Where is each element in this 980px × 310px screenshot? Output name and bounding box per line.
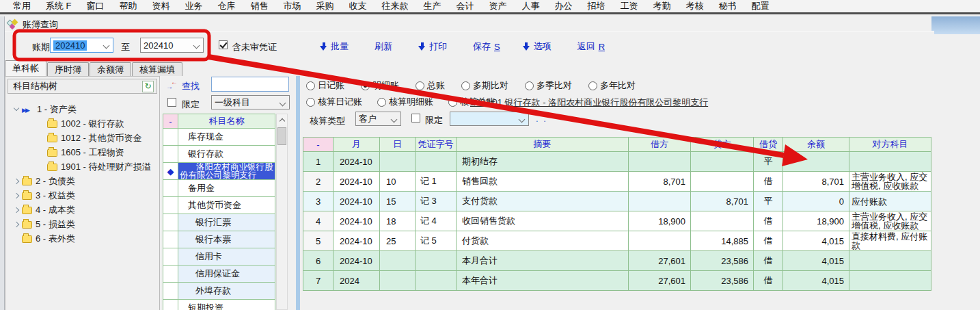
find-link[interactable]: 查找 xyxy=(182,80,200,92)
menu-item[interactable]: 收支 xyxy=(342,0,375,12)
menu-item[interactable]: 会计 xyxy=(449,0,482,12)
tree-node-label: 3 - 权益类 xyxy=(36,190,75,202)
more-button[interactable]: . . xyxy=(536,114,547,124)
toolbar-button[interactable]: 选项 xyxy=(523,40,555,53)
cell-day xyxy=(380,271,416,291)
menu-item[interactable]: 招培 xyxy=(580,0,613,12)
subject-row[interactable]: 库存现金 xyxy=(163,129,275,146)
period-from-combobox[interactable]: 202410 xyxy=(50,38,113,53)
tab[interactable]: 余额簿 xyxy=(90,62,131,76)
menu-item[interactable]: 工资 xyxy=(613,0,646,12)
subject-row[interactable]: 外埠存款 xyxy=(163,283,275,300)
tree-node[interactable]: 1901 - 待处理财产损溢 xyxy=(14,159,158,174)
expander-chevron-icon[interactable] xyxy=(14,221,19,227)
tree-node[interactable]: 5 - 损益类 xyxy=(14,217,158,231)
cell-credit xyxy=(691,172,754,192)
menu-item[interactable]: 人事 xyxy=(515,0,547,12)
ledger-row[interactable]: 6 2024-10 本月合计 27,601 23,586 借 4,015 xyxy=(303,251,931,271)
subject-row[interactable]: 信用保证金 xyxy=(163,266,275,283)
tree-node[interactable]: 1605 - 工程物资 xyxy=(14,145,158,159)
toolbar-button[interactable]: 批量 xyxy=(320,40,352,53)
ledger-row[interactable]: 4 2024-10 18 记 4 收回销售货款 18,900 借 18,900 … xyxy=(303,211,931,231)
subject-row[interactable]: 信用卡 xyxy=(163,248,275,266)
subject-level-combobox[interactable]: 一级科目 xyxy=(211,95,290,109)
acct-limit-checkbox[interactable] xyxy=(411,114,420,122)
ledger-row[interactable]: 3 2024-10 15 记 3 支付货款 8,701 平 0 应付账款 xyxy=(303,192,931,211)
menu-item[interactable]: 仓库 xyxy=(210,0,243,12)
selected-diamond-marker xyxy=(163,129,178,146)
menu-item[interactable]: 考核 xyxy=(679,0,711,12)
period-to-combobox[interactable]: 202410 xyxy=(140,38,204,53)
tree-node[interactable]: 1012 - 其他货币资金 xyxy=(14,131,158,145)
menu-item[interactable]: 帮助 xyxy=(112,0,145,12)
toolbar-button[interactable]: 刷新 xyxy=(375,40,396,53)
tab[interactable]: 单科帐 xyxy=(5,60,46,76)
find-input[interactable] xyxy=(211,77,289,92)
menu-item[interactable]: 秘书 xyxy=(711,0,744,12)
ledger-row[interactable]: 1 2024-10 期初结存 平 xyxy=(303,152,931,172)
ledger-row[interactable]: 5 2024-10 25 记 5 付货款 14,885 借 4,015 直接材料… xyxy=(303,231,931,251)
toolbar-button[interactable]: 返回 R xyxy=(577,40,605,53)
menu-item[interactable]: 市场 xyxy=(276,0,309,12)
menu-item[interactable]: 系统 F xyxy=(38,0,79,12)
ledger-row[interactable]: 7 2024 本年合计 27,601 23,586 借 4,015 xyxy=(303,271,931,291)
book-mode-radio[interactable]: 日记账 xyxy=(306,79,344,92)
subject-scrollbar[interactable] xyxy=(276,114,288,310)
book-mode-radio[interactable]: 多年比对 xyxy=(588,79,636,92)
menu-item[interactable]: 配置 xyxy=(744,0,777,12)
subject-row[interactable]: ◆ 洛阳农村商业银行股份有限公司黎明支行 xyxy=(163,163,275,180)
subject-row[interactable]: 其他货币资金 xyxy=(163,197,275,214)
menu-item[interactable]: 采购 xyxy=(309,0,342,12)
acct-object-combobox[interactable] xyxy=(450,112,529,126)
book-mode-radio[interactable]: 总账 xyxy=(416,79,445,92)
tab[interactable]: 核算漏填 xyxy=(132,62,182,76)
scrollbar-thumb[interactable] xyxy=(277,127,286,145)
limit-checkbox[interactable] xyxy=(167,98,176,107)
subject-row[interactable]: 银行存款 xyxy=(163,146,275,163)
tree-node-label: 1012 - 其他货币资金 xyxy=(61,132,141,144)
include-unaudited-checkbox[interactable] xyxy=(219,40,228,49)
tree-node[interactable]: 4 - 成本类 xyxy=(14,203,158,217)
tree-node[interactable]: 3 - 权益类 xyxy=(14,188,158,203)
expander-chevron-icon[interactable] xyxy=(14,178,19,183)
menu-item[interactable]: 窗口 xyxy=(79,0,112,12)
menu-item[interactable]: 考勤 xyxy=(646,0,679,12)
tab[interactable]: 序时簿 xyxy=(47,62,89,76)
refresh-icon[interactable] xyxy=(142,81,154,92)
book-mode-radio[interactable]: 多季比对 xyxy=(525,79,572,92)
subject-row[interactable]: 备用金 xyxy=(163,180,275,197)
ledger-row[interactable]: 2 2024-10 10 记 1 销售回款 8,701 借 8,701 主营业务… xyxy=(303,172,931,192)
cell-day: 10 xyxy=(380,172,416,192)
scroll-up-icon[interactable] xyxy=(277,114,287,125)
book-mode-radio[interactable]: 明细账 xyxy=(361,79,399,92)
current-account-link[interactable]: 1002.01 银行存款 - 洛阳农村商业银行股份有限公司黎明支行 xyxy=(470,96,708,109)
acct-mode-radio[interactable]: 核算明细账 xyxy=(377,96,433,108)
toolbar-button[interactable]: 打印 xyxy=(418,40,450,53)
cell-credit: 23,586 xyxy=(691,271,754,291)
menu-item[interactable]: 常用 xyxy=(5,0,38,12)
menu-item[interactable]: 资料 xyxy=(145,0,178,12)
book-mode-radio[interactable]: 多期比对 xyxy=(461,79,508,92)
expander-chevron-icon[interactable] xyxy=(14,105,19,111)
cell-dc: 借 xyxy=(754,172,783,192)
tree-node[interactable]: 1 - 资产类 xyxy=(14,102,158,116)
menu-item[interactable]: 办公 xyxy=(547,0,580,12)
menu-item[interactable]: 业务 xyxy=(178,0,210,12)
tree-node[interactable]: 6 - 表外类 xyxy=(14,231,158,246)
toolbar-button[interactable]: 保存 S xyxy=(473,40,500,53)
expander-chevron-icon[interactable] xyxy=(14,207,19,212)
tree-node[interactable]: 1002 - 银行存款 xyxy=(14,116,158,131)
swap-arrows-icon[interactable]: →→ xyxy=(166,79,178,89)
menu-item[interactable]: 资产 xyxy=(482,0,515,12)
subject-row[interactable]: 银行汇票 xyxy=(163,214,275,231)
acct-type-combobox[interactable]: 客户 xyxy=(355,112,401,126)
panel-divider[interactable] xyxy=(296,76,300,310)
menu-item[interactable]: 销售 xyxy=(243,0,276,12)
menu-item[interactable]: 生产 xyxy=(416,0,449,12)
tree-node[interactable]: 2 - 负债类 xyxy=(14,174,158,188)
menu-item[interactable]: 往来款 xyxy=(375,0,416,12)
subject-row[interactable]: 银行本票 xyxy=(163,231,275,248)
subject-row[interactable]: 短期投资 xyxy=(163,300,275,310)
acct-mode-radio[interactable]: 核算日记账 xyxy=(306,96,362,108)
expander-chevron-icon[interactable] xyxy=(14,192,19,198)
